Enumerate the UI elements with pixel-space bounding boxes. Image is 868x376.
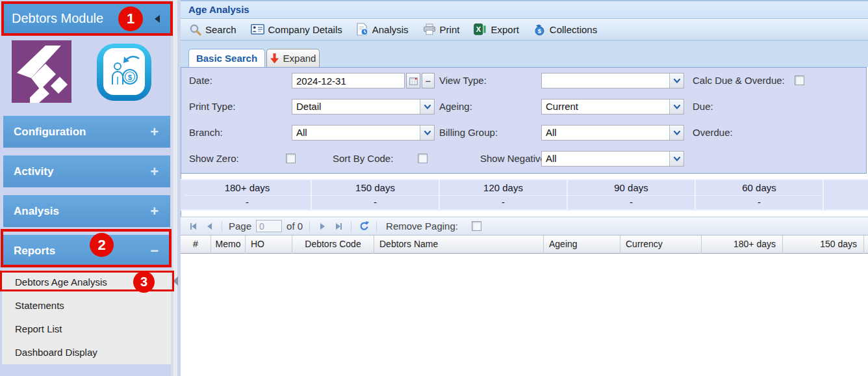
chevron-down-icon <box>669 100 683 114</box>
submenu-label: Statements <box>15 300 64 311</box>
sidebar-item-reports[interactable]: Reports − <box>3 235 170 267</box>
remove-paging-checkbox[interactable] <box>472 221 481 231</box>
bucket-120-days: 120 days - <box>440 180 568 209</box>
view-type-label: View Type: <box>439 73 487 88</box>
sidebar-item-activity[interactable]: Activity + <box>3 155 170 187</box>
company-logo <box>12 40 71 105</box>
document-clock-icon <box>357 23 368 36</box>
sidebar-item-configuration[interactable]: Configuration + <box>3 116 170 148</box>
column-header-150-days[interactable]: 150 days <box>783 235 864 254</box>
overdue-label: Overdue: <box>693 125 733 141</box>
bucket-label: 120 days <box>440 180 567 196</box>
sidebar-collapse-icon[interactable] <box>155 15 160 23</box>
section-label: Analysis <box>14 205 59 218</box>
sidebar-item-analysis[interactable]: Analysis + <box>3 195 170 227</box>
last-page-button[interactable] <box>333 221 344 232</box>
section-label: Activity <box>14 165 53 178</box>
view-type-dropdown[interactable] <box>541 73 684 88</box>
submenu-item-dashboard-display[interactable]: Dashboard Display <box>2 340 171 364</box>
collections-button[interactable]: $ Collections <box>529 21 602 38</box>
separator <box>222 221 222 232</box>
bucket-value: - <box>568 196 695 209</box>
search-label: Search <box>205 24 236 35</box>
sidebar-title-bar: Debtors Module <box>2 2 172 35</box>
splitter-collapse-icon[interactable] <box>173 276 178 286</box>
bucket-value: - <box>184 196 311 209</box>
submenu-item-report-list[interactable]: Report List <box>2 317 171 340</box>
plus-icon: + <box>150 165 159 179</box>
print-button[interactable]: Print <box>418 21 465 37</box>
next-page-button[interactable] <box>316 221 328 232</box>
export-button[interactable]: X Export <box>469 21 523 37</box>
print-type-label: Print Type: <box>189 99 235 114</box>
age-bucket-summary: 180+ days - 150 days - 120 days - 90 day… <box>181 179 868 211</box>
branch-dropdown[interactable]: All <box>292 125 435 141</box>
page-label: Page <box>229 221 251 232</box>
export-label: Export <box>491 24 518 35</box>
column-header-180-days[interactable]: 180+ days <box>702 235 783 254</box>
svg-text:$: $ <box>538 27 542 34</box>
section-label: Configuration <box>14 126 86 139</box>
show-negative-label: Show Negative: <box>480 151 548 167</box>
bucket-value: - <box>440 196 567 209</box>
bucket-value: - <box>312 196 439 209</box>
printer-icon <box>423 23 436 35</box>
sidebar-title: Debtors Module <box>12 11 103 26</box>
print-type-dropdown[interactable]: Detail <box>292 99 435 114</box>
bucket-60-days: 60 days - <box>696 180 824 209</box>
column-header-currency[interactable]: Currency <box>620 235 702 254</box>
calendar-button[interactable] <box>406 73 420 88</box>
ageing-label: Ageing: <box>439 99 472 114</box>
column-header-memo[interactable]: Memo <box>211 235 246 254</box>
column-header-debtors-code[interactable]: Debtors Code <box>292 235 374 254</box>
refresh-button[interactable] <box>358 221 370 232</box>
column-header-debtors-name[interactable]: Debtors Name <box>374 235 544 254</box>
search-button[interactable]: Search <box>185 21 241 38</box>
page-number-input[interactable] <box>256 220 282 232</box>
print-type-value: Detail <box>292 100 420 114</box>
bucket-value: - <box>696 196 823 209</box>
analysis-label: Analysis <box>372 24 409 35</box>
results-table-body[interactable] <box>181 254 868 376</box>
prev-page-button[interactable] <box>203 221 215 232</box>
column-header-number[interactable]: # <box>181 235 211 254</box>
search-tabstrip: Basic Search Expand <box>181 40 868 67</box>
tab-basic-search[interactable]: Basic Search <box>188 49 265 67</box>
date-input[interactable] <box>292 73 405 88</box>
branch-label: Branch: <box>189 125 223 141</box>
submenu-label: Report List <box>15 323 62 334</box>
sort-by-code-label: Sort By Code: <box>333 151 393 167</box>
basic-search-form: Date: − View Type: Calc Due & Overdue: P… <box>181 67 867 174</box>
calc-due-overdue-checkbox[interactable] <box>795 75 804 85</box>
analysis-button[interactable]: Analysis <box>352 21 413 38</box>
column-header-partial <box>864 235 868 254</box>
calc-due-overdue-label: Calc Due & Overdue: <box>693 73 785 88</box>
search-icon <box>189 23 201 36</box>
chevron-down-icon <box>420 100 434 114</box>
sidebar: Debtors Module <box>0 0 171 376</box>
branch-value: All <box>292 126 420 140</box>
column-header-ho[interactable]: HO <box>246 235 292 254</box>
show-zero-checkbox[interactable] <box>286 154 296 163</box>
submenu-item-statements[interactable]: Statements <box>2 293 171 317</box>
submenu-label: Debtors Age Analysis <box>15 276 107 288</box>
minus-icon: − <box>150 244 159 258</box>
excel-icon: X <box>474 23 487 35</box>
sort-by-code-checkbox[interactable] <box>418 154 428 163</box>
clear-date-button[interactable]: − <box>422 73 435 88</box>
page-of-label: of 0 <box>287 221 303 232</box>
ageing-dropdown[interactable]: Current <box>541 99 684 114</box>
calendar-icon <box>409 77 418 85</box>
show-negative-dropdown[interactable]: All <box>541 151 684 167</box>
tab-expand[interactable]: Expand <box>266 49 320 67</box>
collections-label: Collections <box>550 24 597 35</box>
billing-group-dropdown[interactable]: All <box>541 125 684 141</box>
company-details-button[interactable]: Company Details <box>246 22 347 37</box>
column-header-ageing[interactable]: Ageing <box>544 235 620 254</box>
id-card-icon <box>251 24 264 34</box>
sidebar-splitter[interactable] <box>171 0 181 376</box>
separator <box>351 221 351 232</box>
refresh-icon <box>359 221 370 232</box>
first-page-button[interactable] <box>187 221 199 232</box>
bucket-90-days: 90 days - <box>568 180 696 209</box>
